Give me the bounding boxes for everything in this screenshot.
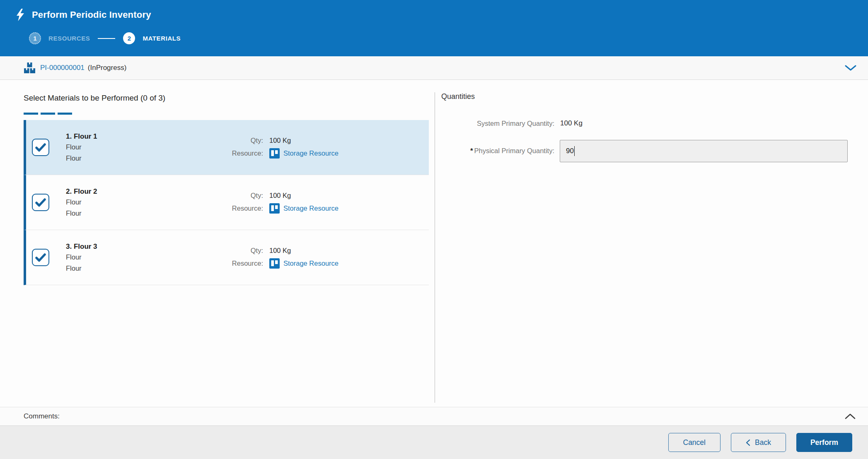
material-checkbox[interactable] [32, 139, 49, 156]
material-text: 1. Flour 1 Flour Flour [66, 131, 224, 164]
step-2-circle: 2 [123, 32, 135, 44]
chevron-down-icon[interactable] [845, 65, 856, 71]
material-checkbox[interactable] [32, 194, 49, 211]
material-name: 3. Flour 3 [66, 241, 224, 252]
step-1-circle: 1 [29, 32, 41, 44]
system-quantity-row: System Primary Quantity: 100 Kg [441, 119, 868, 127]
material-text: 2. Flour 2 Flour Flour [66, 186, 224, 219]
storage-resource-icon [269, 148, 280, 159]
comments-bar[interactable]: Comments: [0, 407, 868, 426]
qty-label: Qty: [224, 137, 263, 144]
text-caret [574, 146, 575, 156]
cancel-button[interactable]: Cancel [668, 433, 721, 452]
chevron-left-icon [746, 439, 750, 446]
progress-dash [58, 113, 72, 115]
footer-actions: Cancel Back Perform [0, 426, 868, 459]
qty-value: 100 Kg [269, 137, 354, 144]
resource-label: Resource: [224, 204, 263, 212]
selection-progress-dashes [24, 113, 434, 115]
inventory-order-status: (InProgress) [88, 64, 127, 72]
step-materials[interactable]: 2 MATERIALS [123, 32, 181, 44]
step-1-label: RESOURCES [48, 35, 90, 42]
qty-label: Qty: [224, 247, 263, 255]
system-quantity-value: 100 Kg [560, 119, 583, 127]
quantities-panel-title: Quantities [441, 92, 868, 101]
context-bar: PI-000000001 (InProgress) [0, 56, 868, 80]
qty-label: Qty: [224, 192, 263, 199]
material-definition: Flour [66, 142, 224, 153]
chevron-up-icon[interactable] [845, 413, 856, 419]
material-description: Flour [66, 263, 224, 274]
material-item-flour-2[interactable]: 2. Flour 2 Flour Flour Qty: 100 Kg Resou… [24, 175, 429, 230]
material-definition: Flour [66, 252, 224, 263]
material-checkbox[interactable] [32, 249, 49, 266]
system-quantity-label: System Primary Quantity: [441, 120, 554, 127]
wizard-steps: 1 RESOURCES 2 MATERIALS [29, 32, 868, 44]
material-item-flour-1[interactable]: 1. Flour 1 Flour Flour Qty: 100 Kg Resou… [24, 120, 429, 175]
material-name: 2. Flour 2 [66, 186, 224, 197]
qty-value: 100 Kg [269, 247, 354, 255]
step-2-label: MATERIALS [143, 35, 181, 42]
material-description: Flour [66, 153, 224, 164]
physical-quantity-label: *Physical Primary Quantity: [441, 147, 554, 155]
back-button-label: Back [755, 438, 771, 447]
dialog-title: Perform Periodic Inventory [32, 10, 151, 20]
material-text: 3. Flour 3 Flour Flour [66, 241, 224, 274]
physical-primary-quantity-input[interactable]: 90 [560, 140, 848, 162]
back-button[interactable]: Back [731, 433, 786, 452]
perform-button[interactable]: Perform [796, 433, 852, 452]
quantities-panel: Quantities System Primary Quantity: 100 … [435, 80, 868, 407]
physical-quantity-row: *Physical Primary Quantity: 90 [441, 140, 868, 162]
perform-periodic-inventory-dialog: Perform Periodic Inventory 1 RESOURCES 2… [0, 0, 868, 459]
step-connector [98, 38, 115, 39]
storage-resource-link[interactable]: Storage Resource [283, 260, 338, 267]
materials-panel-title: Select Materials to be Performed (0 of 3… [24, 94, 434, 103]
material-item-flour-3[interactable]: 3. Flour 3 Flour Flour Qty: 100 Kg Resou… [24, 230, 429, 285]
inventory-boxes-icon [24, 62, 36, 74]
storage-resource-icon [269, 203, 280, 214]
wizard-header: Perform Periodic Inventory 1 RESOURCES 2… [0, 0, 868, 56]
lightning-icon [16, 9, 25, 21]
materials-list: 1. Flour 1 Flour Flour Qty: 100 Kg Resou… [24, 120, 429, 285]
inventory-order-link[interactable]: PI-000000001 [40, 64, 85, 72]
main-content: Select Materials to be Performed (0 of 3… [0, 80, 868, 407]
materials-panel: Select Materials to be Performed (0 of 3… [0, 80, 434, 407]
material-details: Qty: 100 Kg Resource: Storage Resource [224, 247, 354, 269]
progress-dash [24, 113, 38, 115]
storage-resource-icon [269, 258, 280, 269]
material-details: Qty: 100 Kg Resource: Storage Resource [224, 137, 354, 159]
comments-label: Comments: [24, 412, 60, 421]
material-definition: Flour [66, 197, 224, 208]
resource-label: Resource: [224, 149, 263, 157]
material-description: Flour [66, 208, 224, 219]
step-resources[interactable]: 1 RESOURCES [29, 32, 90, 44]
storage-resource-link[interactable]: Storage Resource [283, 149, 338, 157]
resource-label: Resource: [224, 260, 263, 267]
material-details: Qty: 100 Kg Resource: Storage Resource [224, 192, 354, 214]
storage-resource-link[interactable]: Storage Resource [283, 204, 338, 212]
progress-dash [41, 113, 55, 115]
qty-value: 100 Kg [269, 192, 354, 199]
material-name: 1. Flour 1 [66, 131, 224, 142]
physical-quantity-value: 90 [566, 147, 574, 155]
required-asterisk: * [470, 147, 473, 155]
